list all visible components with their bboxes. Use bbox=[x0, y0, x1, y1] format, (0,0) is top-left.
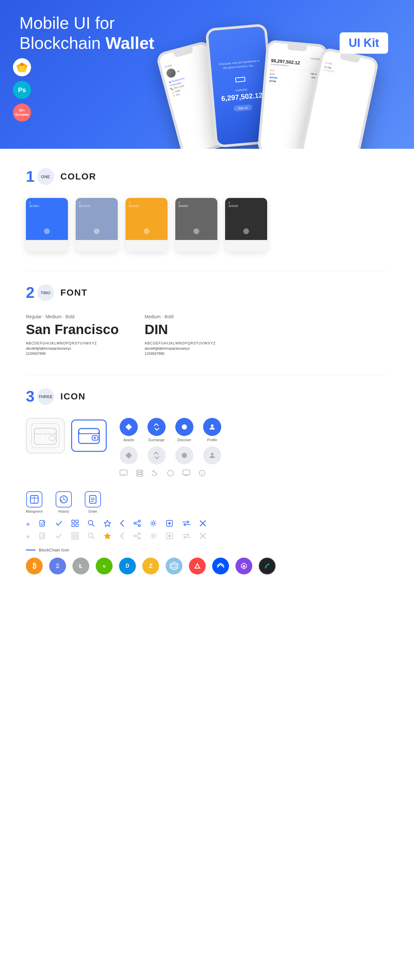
check-icon-ghost bbox=[55, 532, 62, 541]
nav-icon-discover-gray bbox=[175, 446, 193, 465]
svg-point-69 bbox=[139, 537, 140, 539]
chevron-left-icon bbox=[120, 520, 124, 528]
circle-icon bbox=[167, 469, 174, 478]
close-icon-ghost bbox=[199, 533, 206, 541]
crypto-matic bbox=[236, 558, 252, 574]
font-sf-lower: abcdefghijklmnopqrstuvwxyz bbox=[26, 347, 119, 350]
order-label: Order bbox=[88, 509, 97, 513]
crypto-ethereum: Ξ bbox=[49, 558, 66, 574]
svg-marker-17 bbox=[126, 424, 132, 430]
hero-section: Mobile UI for Blockchain Wallet UI Kit P… bbox=[0, 0, 414, 149]
svg-point-52 bbox=[139, 525, 140, 527]
icon-grid-main: Assets Exchange Di bbox=[26, 418, 388, 478]
mgmt-icon-history: History bbox=[56, 491, 72, 513]
nav-icons-area: Assets Exchange Di bbox=[119, 418, 221, 478]
chevron-left-icon-ghost bbox=[120, 532, 124, 541]
svg-rect-8 bbox=[49, 436, 55, 441]
swatch-gray-blue: #8DA0C8 bbox=[76, 198, 118, 251]
svg-marker-66 bbox=[104, 533, 111, 539]
profile-icon-gray bbox=[203, 446, 221, 465]
svg-point-50 bbox=[139, 520, 140, 522]
crypto-grid bbox=[166, 558, 182, 574]
svg-marker-49 bbox=[104, 520, 111, 527]
nav-icon-exchange: Exchange bbox=[148, 418, 166, 442]
history-icon bbox=[56, 491, 72, 508]
close-icon bbox=[199, 520, 206, 528]
ui-kit-badge: UI Kit bbox=[339, 32, 388, 54]
info-icon: i bbox=[199, 469, 206, 478]
color-section-number: 1 bbox=[26, 169, 35, 185]
font-din-lower: abcdefghijklmnopqrstuvwxyz bbox=[145, 347, 216, 350]
sketch-badge bbox=[13, 58, 31, 76]
color-swatches: #3574FA #8DA0C8 #F5A623 #666666 bbox=[26, 198, 388, 251]
check-icon bbox=[55, 520, 62, 528]
svg-line-53 bbox=[136, 521, 139, 523]
moon-icon bbox=[152, 469, 158, 478]
search-icon bbox=[88, 520, 95, 528]
small-icons-ghost-row: + bbox=[26, 532, 388, 541]
svg-rect-63 bbox=[76, 536, 78, 539]
svg-text:N: N bbox=[103, 565, 105, 568]
svg-line-54 bbox=[136, 523, 139, 525]
svg-rect-44 bbox=[76, 520, 78, 523]
swatch-orange: #F5A623 bbox=[126, 198, 167, 251]
assets-icon-gray bbox=[119, 446, 138, 465]
svg-point-18 bbox=[182, 424, 187, 430]
upload-icon-ghost bbox=[166, 532, 173, 541]
blockchain-label-text: BlockChain Icon bbox=[39, 547, 69, 552]
nav-icon-assets: Assets bbox=[119, 418, 138, 442]
nav-icons-blue-row: Assets Exchange Di bbox=[119, 418, 221, 442]
font-section-number: 2 bbox=[26, 285, 35, 301]
svg-rect-23 bbox=[120, 470, 127, 475]
svg-point-16 bbox=[94, 437, 96, 439]
divider-1 bbox=[26, 271, 388, 271]
color-section-badge: ONE bbox=[37, 168, 54, 185]
exchange-icon-blue bbox=[148, 418, 166, 436]
nav-icon-profile-gray bbox=[203, 446, 221, 465]
svg-point-27 bbox=[167, 470, 174, 476]
swap-icon bbox=[182, 520, 191, 528]
crypto-logos-row: ₿ Ξ Ł N D Z bbox=[26, 558, 388, 574]
hero-badges: Ps 60+Screens bbox=[13, 58, 31, 122]
mgmt-icon-order: Order bbox=[85, 491, 101, 513]
icon-section-header: 3 THREE ICON bbox=[26, 388, 388, 405]
font-sf-upper: ABCDEFGHIJKLMNOPQRSTUVWXYZ bbox=[26, 341, 119, 345]
star-icon bbox=[104, 520, 111, 528]
svg-rect-6 bbox=[34, 428, 56, 434]
swatch-dark: #303030 bbox=[225, 198, 267, 251]
icon-section-content: Assets Exchange Di bbox=[26, 418, 388, 574]
document-edit-icon bbox=[39, 520, 46, 528]
main-content: 1 ONE COLOR #3574FA #8DA0C8 #F5A623 bbox=[0, 149, 414, 613]
wallet-wireframe-svg bbox=[33, 426, 57, 446]
svg-line-71 bbox=[136, 536, 139, 538]
crypto-dash: D bbox=[119, 558, 136, 574]
stack-icon bbox=[136, 469, 143, 478]
svg-point-24 bbox=[137, 470, 143, 472]
wallet-filled-icon bbox=[71, 420, 107, 452]
small-icons-blue-row: + bbox=[26, 520, 388, 528]
share-icon bbox=[134, 520, 141, 528]
font-din-name: DIN bbox=[145, 322, 216, 337]
wallet-filled-svg bbox=[78, 426, 100, 445]
svg-marker-79 bbox=[172, 564, 176, 568]
misc-icons-row: i bbox=[119, 469, 221, 478]
hero-title: Mobile UI for Blockchain Wallet bbox=[19, 13, 181, 53]
assets-icon-blue bbox=[119, 418, 138, 436]
swatch-blue: #3574FA bbox=[26, 198, 68, 251]
svg-marker-87 bbox=[243, 565, 245, 568]
crypto-stratis bbox=[259, 558, 275, 574]
svg-rect-13 bbox=[79, 428, 99, 434]
screens-badge: 60+Screens bbox=[13, 103, 31, 122]
divider-2 bbox=[26, 375, 388, 375]
icon-section-number: 3 bbox=[26, 389, 35, 404]
hero-title-regular: Mobile UI for Blockchain bbox=[19, 14, 115, 52]
settings-icon-ghost bbox=[150, 532, 157, 541]
svg-point-22 bbox=[211, 453, 213, 455]
exchange-icon-gray bbox=[148, 446, 166, 465]
font-din-nums: 1234567890 bbox=[145, 352, 216, 355]
svg-point-64 bbox=[88, 533, 93, 538]
sketch-icon bbox=[16, 62, 27, 72]
svg-rect-28 bbox=[183, 470, 190, 475]
color-section-title: COLOR bbox=[61, 172, 96, 182]
svg-marker-4 bbox=[19, 66, 25, 72]
